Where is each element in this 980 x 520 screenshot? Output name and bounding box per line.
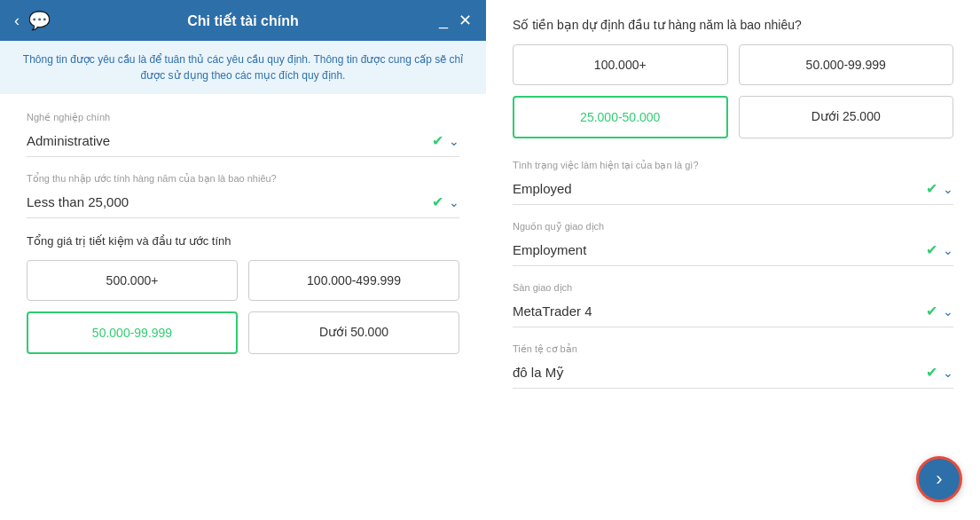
savings-option-0[interactable]: 500.000+: [27, 260, 238, 301]
currency-value: đô la Mỹ: [513, 365, 564, 381]
trading-platform-check-icon: ✔: [926, 303, 937, 319]
income-icons: ✔ ⌄: [432, 193, 459, 210]
income-check-icon: ✔: [432, 193, 443, 210]
next-button[interactable]: ›: [916, 456, 962, 502]
notice-text: Thông tin được yêu cầu là để tuân thủ cá…: [0, 41, 486, 94]
trading-platform-chevron-icon[interactable]: ⌄: [943, 304, 953, 319]
fund-source-check-icon: ✔: [926, 241, 937, 258]
currency-chevron-icon[interactable]: ⌄: [943, 366, 953, 380]
income-value: Less than 25,000: [27, 194, 129, 209]
employment-status-icons: ✔ ⌄: [926, 180, 953, 197]
currency-label: Tiền tệ cơ bản: [513, 343, 953, 355]
occupation-value: Administrative: [27, 133, 110, 148]
savings-label: Tổng giá trị tiết kiệm và đầu tư ước tín…: [27, 234, 459, 248]
savings-option-1[interactable]: 100.000-499.999: [248, 260, 459, 301]
invest-option-2[interactable]: 25.000-50.000: [513, 96, 728, 138]
employment-status-check-icon: ✔: [926, 180, 937, 197]
employment-status-value: Employed: [513, 181, 572, 196]
trading-platform-value: MetaTrader 4: [513, 303, 592, 319]
employment-status-label: Tình trạng việc làm hiện tại của bạn là …: [513, 160, 953, 171]
fund-source-label: Nguồn quỹ giao dịch: [513, 221, 953, 232]
invest-option-1[interactable]: 50.000-99.999: [739, 44, 954, 85]
employment-status-field[interactable]: Employed ✔ ⌄: [513, 175, 953, 205]
invest-option-3[interactable]: Dưới 25.000: [739, 96, 954, 138]
back-button[interactable]: ‹: [14, 12, 20, 30]
chat-icon[interactable]: 💬: [28, 10, 51, 31]
currency-icons: ✔ ⌄: [926, 364, 953, 381]
invest-options-grid: 100.000+ 50.000-99.999 25.000-50.000 Dướ…: [513, 44, 953, 138]
savings-option-2[interactable]: 50.000-99.999: [27, 311, 238, 354]
fund-source-icons: ✔ ⌄: [926, 241, 953, 258]
income-field[interactable]: Less than 25,000 ✔ ⌄: [27, 188, 459, 218]
next-button-arrow: ›: [936, 468, 942, 491]
header-actions: _ ✕: [439, 11, 472, 30]
close-button[interactable]: ✕: [459, 11, 472, 30]
fund-source-value: Employment: [513, 242, 586, 257]
fund-source-field[interactable]: Employment ✔ ⌄: [513, 236, 953, 266]
currency-field[interactable]: đô la Mỹ ✔ ⌄: [513, 358, 953, 389]
employment-status-chevron-icon[interactable]: ⌄: [943, 182, 953, 196]
trading-platform-label: Sàn giao dịch: [513, 282, 953, 294]
income-chevron-icon[interactable]: ⌄: [449, 195, 459, 209]
occupation-chevron-icon[interactable]: ⌄: [449, 134, 459, 148]
currency-check-icon: ✔: [926, 364, 937, 381]
savings-option-3[interactable]: Dưới 50.000: [248, 311, 459, 354]
right-panel: Số tiền bạn dự định đầu tư hàng năm là b…: [486, 0, 980, 520]
dialog-title: Chi tiết tài chính: [187, 12, 299, 29]
occupation-label: Nghề nghiệp chính: [27, 112, 459, 123]
left-panel: ‹ 💬 Chi tiết tài chính _ ✕ Thông tin đượ…: [0, 0, 486, 520]
savings-options-grid: 500.000+ 100.000-499.999 50.000-99.999 D…: [27, 260, 459, 354]
occupation-icons: ✔ ⌄: [432, 132, 459, 149]
left-content: Nghề nghiệp chính Administrative ✔ ⌄ Tổn…: [0, 94, 486, 520]
invest-label: Số tiền bạn dự định đầu tư hàng năm là b…: [513, 18, 953, 32]
invest-option-0[interactable]: 100.000+: [513, 44, 728, 85]
fund-source-chevron-icon[interactable]: ⌄: [943, 243, 953, 257]
income-label: Tổng thu nhập ước tính hàng năm của bạn …: [27, 173, 459, 185]
trading-platform-icons: ✔ ⌄: [926, 303, 953, 319]
occupation-check-icon: ✔: [432, 132, 443, 149]
occupation-field[interactable]: Administrative ✔ ⌄: [27, 127, 459, 157]
dialog-header: ‹ 💬 Chi tiết tài chính _ ✕: [0, 0, 486, 41]
minimize-button[interactable]: _: [439, 11, 448, 30]
trading-platform-field[interactable]: MetaTrader 4 ✔ ⌄: [513, 297, 953, 327]
